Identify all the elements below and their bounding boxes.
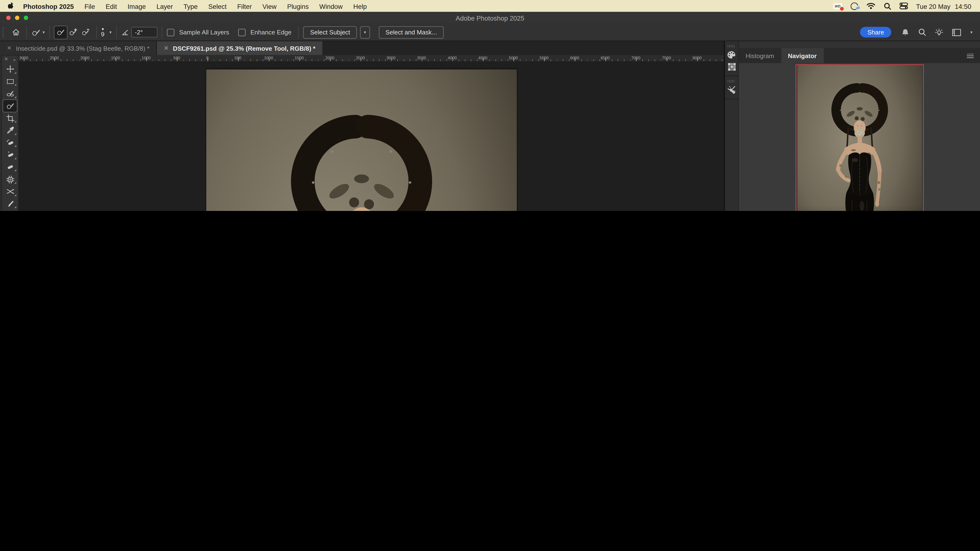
color-panel-icon[interactable] bbox=[725, 49, 738, 61]
control-center-icon[interactable] bbox=[899, 2, 908, 10]
ruler-label: 2000 bbox=[70, 55, 100, 60]
ruler-label: 2500 bbox=[345, 55, 375, 60]
select-and-mask-button[interactable]: Select and Mask... bbox=[379, 26, 444, 38]
window-title: Adobe Photoshop 2025 bbox=[456, 14, 525, 22]
ruler-label: 8000 bbox=[682, 55, 712, 60]
content-aware-move-tool[interactable] bbox=[2, 186, 18, 198]
minimize-window-button[interactable] bbox=[15, 16, 19, 20]
eyedropper-tool[interactable] bbox=[2, 124, 18, 137]
ruler-label: 500 bbox=[223, 55, 253, 60]
menu-item[interactable]: Help bbox=[353, 2, 367, 10]
menu-status-area: WD ⇄ Tue 20 May14:50 bbox=[833, 2, 980, 10]
tool-options-bar: ▾ 9 ▾ -2° Sample All Layers bbox=[0, 24, 980, 41]
navigator-preview[interactable] bbox=[795, 64, 924, 211]
app-menu-title[interactable]: Photoshop 2025 bbox=[23, 2, 74, 10]
brush-size-selector[interactable]: 9 ▾ bbox=[101, 28, 112, 37]
search-icon[interactable] bbox=[918, 28, 927, 37]
ruler-label: 1000 bbox=[131, 55, 162, 60]
canvas-viewport[interactable]: 6500 7000 7500 bbox=[0, 62, 724, 211]
menu-item[interactable]: Edit bbox=[106, 2, 117, 10]
wifi-icon[interactable] bbox=[866, 2, 875, 10]
horizontal-ruler: 3000250020001500100050005001000150020002… bbox=[0, 55, 724, 62]
object-selection-tool[interactable] bbox=[2, 87, 18, 100]
ruler-label: 6500 bbox=[590, 55, 620, 60]
workspace-dropdown-chevron[interactable]: ▾ bbox=[970, 30, 972, 35]
close-tab-icon[interactable]: ✕ bbox=[7, 45, 12, 51]
ruler-label: 7500 bbox=[651, 55, 682, 60]
brush-angle-input[interactable]: -2° bbox=[131, 27, 158, 37]
tab-histogram[interactable]: Histogram bbox=[739, 48, 781, 63]
apple-menu-icon[interactable] bbox=[7, 2, 14, 10]
home-button[interactable] bbox=[10, 26, 22, 38]
collapse-tools-panel-icon[interactable]: » bbox=[13, 57, 16, 62]
ruler-label: 2500 bbox=[39, 55, 70, 60]
menu-item[interactable]: Plugins bbox=[287, 2, 309, 10]
window-controls bbox=[6, 16, 28, 20]
crop-tool[interactable] bbox=[2, 112, 18, 124]
navigator-panel bbox=[739, 63, 980, 211]
creative-cloud-icon[interactable]: ⇄ bbox=[850, 2, 858, 10]
wd-drive-icon[interactable]: WD bbox=[833, 3, 842, 9]
window-title-bar: Adobe Photoshop 2025 bbox=[0, 12, 980, 24]
menu-item[interactable]: Filter bbox=[237, 2, 252, 10]
frame-tool[interactable] bbox=[2, 173, 18, 185]
tool-preset-selector[interactable]: ▾ bbox=[31, 28, 45, 37]
ruler-label: 1500 bbox=[100, 55, 131, 60]
tab-navigator[interactable]: Navigator bbox=[781, 48, 824, 63]
workspace-switcher-icon[interactable] bbox=[952, 29, 962, 36]
menu-item[interactable]: Window bbox=[320, 2, 343, 10]
panel-menu-icon[interactable] bbox=[967, 53, 974, 58]
ruler-label: 3500 bbox=[406, 55, 437, 60]
add-to-selection-mode-button[interactable] bbox=[67, 26, 79, 38]
spotlight-search-icon[interactable] bbox=[884, 2, 891, 10]
ruler-label: 1000 bbox=[253, 55, 284, 60]
subtract-from-selection-mode-button[interactable] bbox=[79, 26, 91, 38]
ruler-label: 5500 bbox=[529, 55, 559, 60]
menu-item[interactable]: File bbox=[84, 2, 95, 10]
menu-clock[interactable]: Tue 20 May14:50 bbox=[916, 2, 971, 10]
dock-drag-handle[interactable] bbox=[728, 45, 736, 48]
close-tab-icon[interactable]: ✕ bbox=[164, 45, 169, 51]
ruler-label: 5000 bbox=[498, 55, 529, 60]
select-subject-dropdown[interactable]: ▾ bbox=[360, 26, 370, 38]
spot-healing-brush-tool[interactable] bbox=[2, 149, 18, 161]
remove-tool[interactable] bbox=[2, 137, 18, 149]
menu-item[interactable]: Select bbox=[208, 2, 227, 10]
discover-lightbulb-icon[interactable] bbox=[935, 28, 943, 37]
navigator-panel-tabs: Histogram Navigator bbox=[739, 48, 980, 63]
document-tab-inactive[interactable]: ✕ Insecticide.psd @ 33.3% (Stag Beetle, … bbox=[0, 41, 157, 55]
brush-tool[interactable] bbox=[2, 198, 18, 210]
options-drag-handle[interactable] bbox=[2, 27, 6, 37]
sample-all-layers-checkbox[interactable]: Sample All Layers bbox=[167, 29, 232, 36]
panels-column: Histogram Navigator 25.26% Layers Channe… bbox=[738, 41, 980, 211]
clone-stamp-tool[interactable] bbox=[2, 210, 18, 211]
tools-presets-panel-icon[interactable] bbox=[725, 84, 738, 96]
menu-item[interactable]: View bbox=[262, 2, 277, 10]
zoom-window-button[interactable] bbox=[24, 16, 28, 20]
menu-item[interactable]: Image bbox=[127, 2, 146, 10]
ruler-label: 3000 bbox=[375, 55, 406, 60]
brush-angle-control[interactable]: -2° bbox=[121, 27, 158, 37]
close-tools-panel-icon[interactable]: ✕ bbox=[4, 57, 8, 62]
ruler-label: 7000 bbox=[620, 55, 651, 60]
collapsed-panel-dock bbox=[724, 41, 738, 211]
rectangular-marquee-tool[interactable] bbox=[2, 75, 18, 87]
document-tab-active[interactable]: ✕ DSCF9261.psd @ 25.3% (Remove Tool, RGB… bbox=[157, 41, 323, 55]
enhance-edge-checkbox[interactable]: Enhance Edge bbox=[238, 29, 294, 36]
ruler-label: 6000 bbox=[559, 55, 590, 60]
move-tool[interactable] bbox=[2, 63, 18, 75]
close-window-button[interactable] bbox=[6, 16, 11, 20]
select-subject-button[interactable]: Select Subject bbox=[303, 26, 357, 38]
menu-item[interactable]: Type bbox=[183, 2, 197, 10]
photoshop-window: Photoshop 2025 FileEditImageLayerTypeSel… bbox=[0, 0, 980, 211]
ruler-label: 500 bbox=[162, 55, 192, 60]
notifications-bell-icon[interactable] bbox=[902, 28, 910, 37]
swatches-panel-icon[interactable] bbox=[725, 60, 738, 73]
share-button[interactable]: Share bbox=[860, 27, 891, 37]
healing-brush-tool[interactable] bbox=[2, 161, 18, 173]
dock-drag-handle[interactable] bbox=[728, 80, 736, 82]
new-selection-mode-button[interactable] bbox=[54, 26, 67, 38]
selection-brush-tool[interactable] bbox=[3, 100, 17, 112]
document-canvas-image[interactable] bbox=[206, 68, 517, 211]
menu-item[interactable]: Layer bbox=[156, 2, 173, 10]
